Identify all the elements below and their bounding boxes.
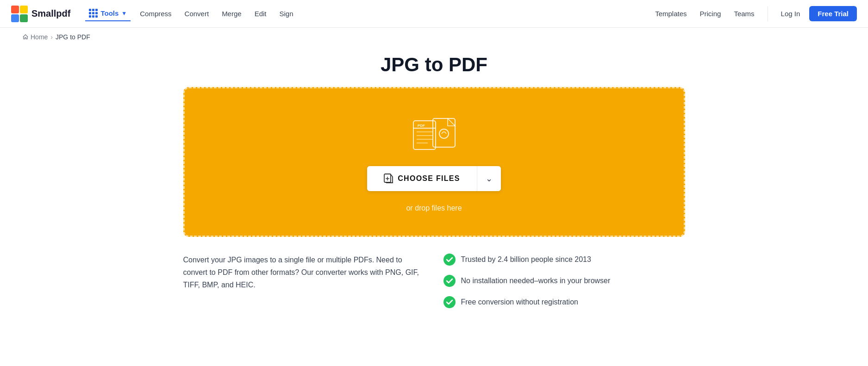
benefits-list: Trusted by 2.4 billion people since 2013…	[443, 254, 685, 308]
nav-teams[interactable]: Teams	[728, 7, 760, 20]
drop-zone-wrap: PDF CHOOSE FILES	[161, 87, 707, 237]
navbar: Smallpdf Tools ▼ Compress Convert Merge …	[0, 0, 868, 28]
svg-rect-3	[20, 14, 28, 22]
nav-merge[interactable]: Merge	[216, 7, 247, 20]
drop-zone[interactable]: PDF CHOOSE FILES	[183, 87, 685, 237]
svg-rect-0	[11, 6, 19, 13]
page-title-wrap: JPG to PDF	[0, 46, 868, 87]
file-icons-illustration: PDF	[411, 116, 457, 153]
svg-rect-2	[11, 14, 19, 22]
benefit-text: Trusted by 2.4 billion people since 2013	[461, 255, 591, 264]
benefit-item: No installation needed–works in your bro…	[443, 275, 685, 287]
benefit-text: Free conversion without registration	[461, 298, 578, 306]
description-text: Convert your JPG images to a single file…	[183, 254, 425, 292]
nav-templates[interactable]: Templates	[649, 7, 692, 20]
bottom-section: Convert your JPG images to a single file…	[161, 254, 707, 308]
svg-text:PDF: PDF	[418, 124, 425, 128]
choose-files-button[interactable]: CHOOSE FILES	[367, 166, 477, 191]
svg-point-18	[443, 296, 456, 308]
home-icon	[22, 34, 29, 40]
tools-label: Tools	[100, 9, 119, 17]
grid-icon	[89, 9, 98, 18]
choose-files-label: CHOOSE FILES	[398, 174, 460, 183]
breadcrumb-home-link[interactable]: Home	[22, 33, 48, 41]
check-circle-icon	[443, 254, 456, 266]
file-icon-svg: PDF	[411, 116, 457, 153]
page-title: JPG to PDF	[0, 54, 868, 76]
svg-point-16	[443, 254, 456, 266]
nav-convert[interactable]: Convert	[179, 7, 215, 20]
check-circle-icon	[443, 275, 456, 287]
nav-right: Templates Pricing Teams Log In Free Tria…	[649, 6, 857, 21]
nav-sign[interactable]: Sign	[274, 7, 299, 20]
tools-button[interactable]: Tools ▼	[85, 6, 131, 21]
logo-icon	[11, 6, 28, 22]
choose-files-row: CHOOSE FILES ⌄	[367, 166, 501, 191]
nav-links: Compress Convert Merge Edit Sign	[134, 7, 299, 20]
drop-text: or drop files here	[406, 204, 462, 212]
svg-point-17	[443, 275, 456, 287]
nav-right-links: Templates Pricing Teams	[649, 7, 760, 20]
breadcrumb-current: JPG to PDF	[56, 33, 90, 41]
benefit-text: No installation needed–works in your bro…	[461, 277, 611, 285]
breadcrumb-chevron: ›	[50, 33, 53, 41]
check-circle-icon	[443, 296, 456, 308]
nav-edit[interactable]: Edit	[249, 7, 272, 20]
file-upload-icon	[384, 174, 393, 184]
nav-divider	[768, 6, 768, 21]
nav-compress[interactable]: Compress	[134, 7, 177, 20]
chevron-down-icon: ⌄	[486, 174, 493, 183]
nav-pricing[interactable]: Pricing	[694, 7, 727, 20]
benefit-item: Free conversion without registration	[443, 296, 685, 308]
svg-point-12	[439, 129, 449, 138]
free-trial-button[interactable]: Free Trial	[809, 6, 857, 21]
chevron-down-icon: ▼	[121, 10, 127, 17]
benefit-item: Trusted by 2.4 billion people since 2013	[443, 254, 685, 266]
breadcrumb-home-label: Home	[31, 33, 48, 41]
choose-files-dropdown-button[interactable]: ⌄	[477, 166, 501, 191]
breadcrumb: Home › JPG to PDF	[0, 28, 868, 46]
logo-link[interactable]: Smallpdf	[11, 6, 70, 22]
login-button[interactable]: Log In	[775, 7, 806, 20]
logo-text: Smallpdf	[31, 8, 70, 19]
svg-rect-1	[20, 6, 28, 13]
